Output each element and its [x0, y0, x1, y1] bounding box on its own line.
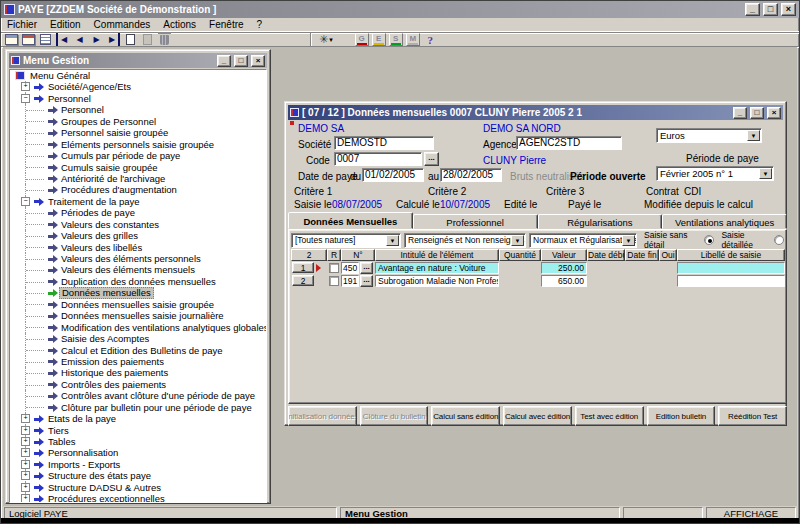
intitule-field[interactable]: Avantage en nature : Voiture — [375, 262, 499, 274]
tree-item-tiers[interactable]: +Tiers — [10, 425, 266, 436]
column-header-oui[interactable]: Oui — [659, 249, 677, 261]
tree-maximize-button[interactable]: □ — [234, 55, 248, 67]
chevron-down-icon[interactable]: ▼ — [511, 235, 524, 246]
dialog-close-button[interactable]: × — [767, 107, 781, 119]
saisie-sans-detail-radio[interactable] — [704, 235, 714, 245]
close-button[interactable]: × — [781, 3, 796, 16]
r-dition-test-button[interactable]: Réédition Test — [718, 406, 787, 426]
tree-item-contr-les-des-paiements[interactable]: Contrôles des paiements — [10, 379, 266, 390]
tree-item-valeurs-des-l-ments-mensuels[interactable]: Valeurs des éléments mensuels — [10, 264, 266, 275]
column-header-libell-de-saisie[interactable]: Libellé de saisie — [677, 249, 785, 261]
tree-item-personnel[interactable]: Personnel — [10, 104, 266, 115]
expand-icon[interactable]: + — [21, 448, 30, 457]
societe-field[interactable]: DEMOSTD — [334, 136, 434, 150]
minimize-button[interactable]: _ — [745, 3, 760, 16]
menu-fichier[interactable]: Fichier — [7, 19, 37, 30]
column-header-2[interactable]: 2 — [291, 249, 327, 261]
column-header-valeur[interactable]: Valeur — [541, 249, 587, 261]
collapse-icon[interactable]: − — [21, 94, 30, 103]
libelle-saisie-field[interactable] — [677, 275, 785, 287]
tree-close-button[interactable]: × — [251, 55, 265, 67]
duplicate-form-icon[interactable] — [22, 33, 35, 46]
expand-icon[interactable]: + — [21, 414, 30, 423]
periode-select[interactable]: Février 2005 n° 1▼ — [656, 166, 774, 181]
last-record-button[interactable]: ▶ — [107, 33, 120, 46]
saisie-detaillee-radio[interactable] — [774, 235, 784, 245]
tree-item-el-ments-personnels-saisie-group-e[interactable]: Eléments personnels saisie groupée — [10, 139, 266, 150]
intitule-field[interactable]: Subrogation Maladie Non Professionn — [375, 275, 499, 287]
column-header-quantit[interactable]: Quantité — [499, 249, 541, 261]
tree-item-imports-exports[interactable]: +Imports - Exports — [10, 459, 266, 470]
element-lookup-button[interactable]: ... — [360, 262, 373, 274]
expand-icon[interactable]: + — [21, 471, 30, 480]
tree-item-soci-t-agence-ets[interactable]: +Société/Agence/Ets — [10, 81, 266, 92]
tree-item-donn-es-mensuelles-saisie-journali-re[interactable]: Données mensuelles saisie journalière — [10, 310, 266, 321]
column-header-n[interactable]: N° — [341, 249, 375, 261]
libelle-saisie-field[interactable] — [677, 262, 785, 274]
row-checkbox[interactable] — [329, 276, 339, 286]
menu-edition[interactable]: Edition — [50, 19, 81, 30]
tree-item-proc-dures-d-augmentation[interactable]: Procédures d'augmentation — [10, 184, 266, 195]
menu-fen-tre[interactable]: Fenêtre — [209, 19, 243, 30]
tree-item-modification-des-ventilations-analytiques-[interactable]: Modification des ventilations analytique… — [10, 322, 266, 333]
dialog-maximize-button[interactable]: □ — [750, 107, 764, 119]
mode-icon-g[interactable]: G — [355, 33, 369, 46]
column-header-date-d-but[interactable]: Date début — [587, 249, 625, 261]
tree-item-groupes-de-personnel[interactable]: Groupes de Personnel — [10, 116, 266, 127]
column-header-date-fin[interactable]: Date fin — [625, 249, 659, 261]
tree-item-cumuls-par-p-riode-de-paye[interactable]: Cumuls par période de paye — [10, 150, 266, 161]
open-form-icon[interactable] — [5, 33, 18, 46]
edition-bulletin-button[interactable]: Edition bulletin — [647, 406, 716, 426]
column-header-r[interactable]: R — [327, 249, 341, 261]
tree-item-p-riodes-de-paye[interactable]: Périodes de paye — [10, 207, 266, 218]
tab-donn-es-mensuelles[interactable]: Données Mensuelles — [288, 212, 413, 229]
normaux-filter-select[interactable]: Normaux et Régularisations▼ — [529, 233, 637, 248]
menu-actions[interactable]: Actions — [163, 19, 196, 30]
valeur-field[interactable]: 250.00 — [541, 262, 587, 274]
expand-icon[interactable]: + — [21, 494, 30, 503]
calcul-avec-dition-button[interactable]: Calcul avec édition — [503, 406, 572, 426]
tab-ventilations-analytiques[interactable]: Ventilations analytiques — [662, 214, 787, 229]
mode-icon-e[interactable]: E — [372, 33, 386, 46]
expand-icon[interactable]: + — [21, 460, 30, 469]
help-icon[interactable]: ? — [424, 33, 437, 46]
column-header-intitul-de-l-l-ment[interactable]: Intitulé de l'élément — [375, 249, 499, 261]
options-gear-icon[interactable]: ✳▾ — [319, 33, 333, 46]
tree-item-valeurs-des-grilles[interactable]: Valeurs des grilles — [10, 230, 266, 241]
tree-item-cumuls-saisie-group-e[interactable]: Cumuls saisie groupée — [10, 162, 266, 173]
tree-item-personnalisation[interactable]: +Personnalisation — [10, 447, 266, 458]
tree-item-tables[interactable]: +Tables — [10, 436, 266, 447]
row-number-button[interactable]: 2 — [292, 275, 314, 286]
tree-item-ant-riorit-de-l-archivage[interactable]: Antériorité de l'archivage — [10, 173, 266, 184]
element-lookup-button[interactable]: ... — [360, 275, 373, 287]
agence-field[interactable]: AGENC2STD — [516, 136, 622, 150]
tree-item-cl-ture-par-bulletin-pour-une-p-riode-de-p[interactable]: Clôture par bulletin pour une période de… — [10, 402, 266, 413]
tree-item-structure-dadsu-autres[interactable]: +Structure DADSU & Autres — [10, 482, 266, 493]
tree-item-personnel-saisie-group-e[interactable]: Personnel saisie groupée — [10, 127, 266, 138]
delete-record-icon[interactable] — [158, 33, 171, 46]
tree-item-duplication-des-donn-es-mensuelles[interactable]: Duplication des données mensuelles — [10, 276, 266, 287]
tree-minimize-button[interactable]: _ — [217, 55, 231, 67]
renseignes-filter-select[interactable]: Renseignés et Non renseignés▼ — [404, 233, 526, 248]
tree-item-menu-g-n-ral[interactable]: Menu Général — [10, 70, 266, 81]
collapse-icon[interactable]: − — [21, 197, 30, 206]
element-code-field[interactable]: 191 — [341, 275, 359, 287]
tree-item-personnel[interactable]: −Personnel — [10, 93, 266, 104]
row-number-button[interactable]: 1 — [292, 262, 314, 273]
menu-commandes[interactable]: Commandes — [94, 19, 151, 30]
dialog-minimize-button[interactable]: _ — [733, 107, 747, 119]
previous-record-button[interactable]: ◀ — [73, 33, 86, 46]
code-field[interactable]: 0007 — [334, 152, 422, 166]
date-to-field[interactable]: 28/02/2005 — [440, 168, 502, 182]
tab-r-gularisations[interactable]: Régularisations — [538, 214, 663, 229]
new-record-icon[interactable] — [124, 33, 137, 46]
chevron-down-icon[interactable]: ▼ — [386, 235, 399, 246]
first-record-button[interactable]: ◀ — [56, 33, 69, 46]
expand-icon[interactable]: + — [21, 426, 30, 435]
tree-item-contr-les-avant-cl-ture-d-une-p-riode-de-p[interactable]: Contrôles avant clôture d'une période de… — [10, 390, 266, 401]
tree-item-donn-es-mensuelles[interactable]: Données mensuelles — [10, 287, 266, 298]
tree-item-proc-dures-exceptionnelles[interactable]: +Procédures exceptionnelles — [10, 493, 266, 503]
menu-[interactable]: ? — [257, 19, 263, 30]
tree-item-traitement-de-la-paye[interactable]: −Traitement de la paye — [10, 196, 266, 207]
tree-item-valeurs-des-libell-s[interactable]: Valeurs des libellés — [10, 242, 266, 253]
